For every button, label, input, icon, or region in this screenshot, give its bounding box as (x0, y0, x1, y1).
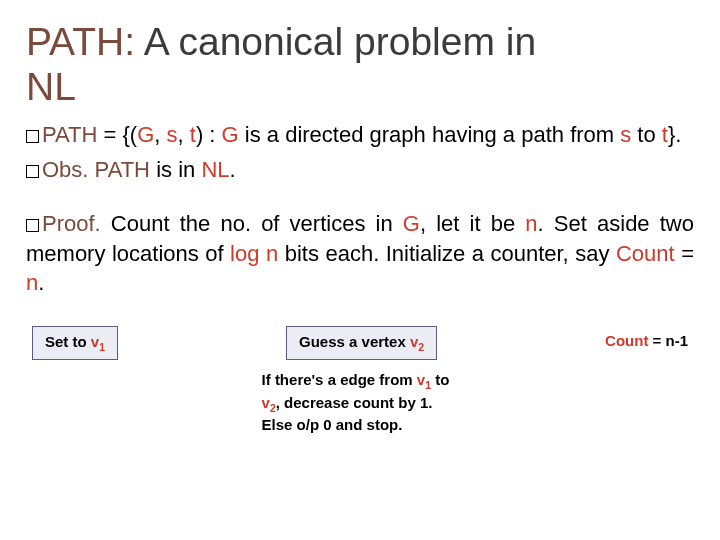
definition-line: PATH = {(G, s, t) : G is a directed grap… (26, 120, 694, 150)
bullet-icon (26, 130, 39, 143)
path-word: PATH (42, 122, 97, 147)
flow-diagram: Set to v1 Guess a vertex v2 If there's a… (26, 326, 694, 435)
flow-box-guess: Guess a vertex v2 (286, 326, 437, 360)
bullet-icon (26, 219, 39, 232)
flow-count-label: Count = n-1 (605, 326, 688, 349)
title-path: PATH: (26, 20, 135, 63)
flow-step-1: Set to v1 (32, 326, 118, 360)
bullet-icon (26, 165, 39, 178)
flow-step-2: Guess a vertex v2 If there's a edge from… (262, 326, 462, 435)
flow-box-set: Set to v1 (32, 326, 118, 360)
flow-step-3: Count = n-1 (605, 326, 688, 349)
obs-line: Obs. PATH is in NL. (26, 155, 694, 185)
flow-caption: If there's a edge from v1 to v2, decreas… (262, 370, 462, 435)
title-mid: A canonical problem in (135, 20, 536, 63)
proof-line: Proof. Count the no. of vertices in G, l… (26, 209, 694, 298)
slide-title: PATH: A canonical problem in NL (26, 20, 694, 110)
title-nl: NL (26, 65, 76, 108)
